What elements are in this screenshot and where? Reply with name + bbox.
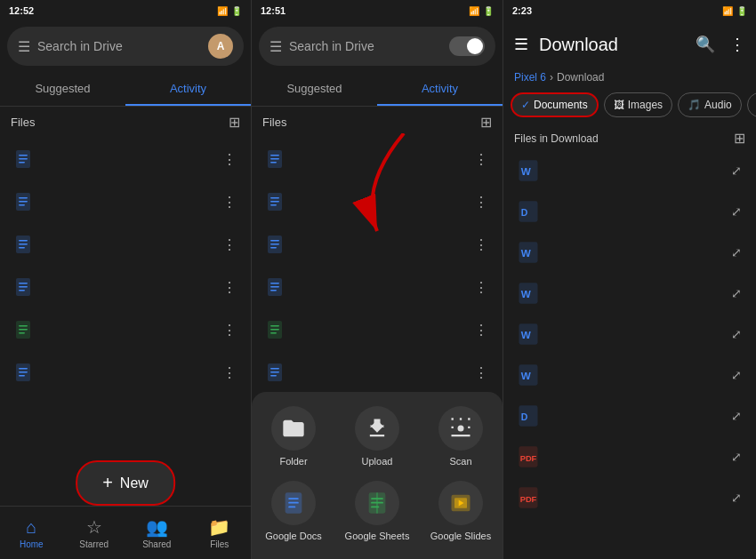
more-icon[interactable]: ⋮	[219, 318, 240, 342]
sheet-item-folder[interactable]: Folder	[259, 406, 328, 467]
more-icon-right[interactable]: ⋮	[726, 31, 749, 58]
search-text-left: Search in Drive	[37, 39, 201, 53]
header-icons-right: 🔍 ⋮	[692, 31, 749, 58]
download-header: ☰ Download 🔍 ⋮	[503, 21, 756, 68]
expand-icon[interactable]: ⤢	[728, 160, 745, 181]
list-item[interactable]: ⋮	[4, 223, 247, 266]
svg-rect-33	[270, 240, 279, 242]
battery-icon-right: 🔋	[736, 6, 747, 16]
search-icon-right[interactable]: 🔍	[692, 31, 719, 58]
list-item[interactable]: ⋮	[255, 138, 499, 180]
images-icon: 🖼	[614, 99, 624, 111]
panel-left: 12:52 📶 🔋 ☰ Search in Drive A Suggested …	[0, 0, 252, 559]
list-item[interactable]: W ⤢	[507, 150, 752, 191]
docs-icon	[262, 232, 287, 257]
more-icon[interactable]: ⋮	[470, 190, 492, 214]
list-item[interactable]: ⋮	[4, 138, 247, 180]
list-item[interactable]: D ⤢	[507, 191, 752, 232]
nav-shared[interactable]: 👥 Shared	[125, 507, 189, 559]
list-item[interactable]: ⋮	[4, 308, 247, 351]
breadcrumb-parent[interactable]: Pixel 6	[514, 71, 546, 84]
more-icon[interactable]: ⋮	[470, 233, 492, 257]
expand-icon[interactable]: ⤢	[728, 364, 745, 386]
svg-rect-31	[270, 204, 277, 206]
list-item[interactable]: ⋮	[255, 308, 499, 351]
more-icon[interactable]: ⋮	[470, 318, 492, 342]
list-item[interactable]: ⋮	[255, 223, 499, 266]
grid-icon-mid[interactable]: ⊞	[480, 114, 492, 131]
chip-audio[interactable]: 🎵 Audio	[678, 92, 742, 117]
new-button[interactable]: + New	[76, 460, 175, 506]
svg-text:W: W	[521, 288, 531, 299]
list-item[interactable]: ⋮	[255, 351, 499, 394]
svg-rect-7	[19, 204, 25, 206]
list-item[interactable]: D ⤢	[507, 395, 752, 436]
expand-icon[interactable]: ⤢	[728, 323, 745, 345]
list-item[interactable]: ⋮	[4, 351, 247, 394]
nav-files[interactable]: 📁 Files	[189, 507, 252, 559]
nav-home[interactable]: ⌂ Home	[0, 507, 63, 559]
expand-icon[interactable]: ⤢	[728, 201, 745, 222]
more-icon[interactable]: ⋮	[470, 361, 492, 385]
svg-rect-52	[288, 502, 299, 504]
more-icon[interactable]: ⋮	[219, 276, 240, 299]
sheet-item-scan[interactable]: Scan	[426, 406, 495, 467]
more-icon[interactable]: ⋮	[219, 233, 240, 257]
expand-icon[interactable]: ⤢	[728, 242, 745, 263]
list-item[interactable]: PDF ⤢	[507, 477, 752, 518]
list-item[interactable]: ⋮	[4, 266, 247, 308]
word-icon: W	[514, 320, 543, 348]
list-item[interactable]: ⋮	[255, 266, 499, 308]
sheets-icon	[11, 317, 36, 342]
svg-rect-2	[19, 158, 28, 160]
list-item[interactable]: W ⤢	[507, 314, 752, 355]
search-bar-left[interactable]: ☰ Search in Drive A	[7, 27, 244, 66]
more-icon[interactable]: ⋮	[470, 276, 492, 299]
svg-text:W: W	[521, 370, 531, 381]
search-bar-mid[interactable]: ☰ Search in Drive	[259, 27, 495, 66]
files-in-download-header: Files in Download ⊞	[503, 123, 756, 150]
svg-rect-43	[270, 332, 277, 334]
chip-documents[interactable]: ✓ Documents	[511, 92, 599, 117]
chevron-right-icon: ›	[550, 71, 553, 84]
sheet-item-docs[interactable]: Google Docs	[259, 481, 328, 541]
nav-starred[interactable]: ☆ Starred	[63, 507, 126, 559]
tab-suggested-mid[interactable]: Suggested	[252, 71, 377, 106]
avatar-left[interactable]: A	[208, 34, 233, 59]
chip-audio-label: Audio	[704, 99, 732, 111]
list-item[interactable]: W ⤢	[507, 273, 752, 314]
tab-suggested-left[interactable]: Suggested	[0, 71, 125, 106]
list-item[interactable]: W ⤢	[507, 355, 752, 395]
chip-video[interactable]: 🎬 V…	[747, 92, 756, 117]
list-item[interactable]: ⋮	[4, 180, 247, 223]
more-icon[interactable]: ⋮	[219, 190, 240, 214]
list-item[interactable]: W ⤢	[507, 232, 752, 273]
sheet-item-upload[interactable]: Upload	[342, 406, 412, 467]
list-item[interactable]: ⋮	[255, 180, 499, 223]
files-header-left: Files ⊞	[0, 107, 251, 138]
expand-icon[interactable]: ⤢	[728, 405, 745, 427]
chip-images[interactable]: 🖼 Images	[604, 92, 672, 117]
list-item[interactable]: PDF ⤢	[507, 436, 752, 477]
toggle-switch[interactable]	[449, 36, 485, 56]
panel-right: 2:23 📶 🔋 ☰ Download 🔍 ⋮ Pixel 6 › Downlo…	[503, 0, 756, 559]
status-bar-left: 12:52 📶 🔋	[0, 0, 251, 21]
tab-activity-left[interactable]: Activity	[125, 71, 251, 106]
svg-rect-11	[19, 247, 25, 249]
more-icon[interactable]: ⋮	[470, 148, 492, 172]
bottom-sheet-grid: Folder Upload Scan Google Docs	[259, 406, 495, 541]
expand-icon[interactable]: ⤢	[728, 283, 745, 304]
more-icon[interactable]: ⋮	[219, 148, 240, 172]
tab-activity-mid[interactable]: Activity	[377, 71, 503, 106]
more-icon[interactable]: ⋮	[219, 361, 240, 385]
grid-view-icon-right[interactable]: ⊞	[734, 130, 745, 147]
sheet-item-sheets[interactable]: Google Sheets	[342, 481, 412, 541]
expand-icon[interactable]: ⤢	[728, 487, 745, 508]
svg-rect-57	[371, 507, 379, 508]
expand-icon[interactable]: ⤢	[728, 446, 745, 467]
sheet-item-slides[interactable]: Google Slides	[426, 481, 495, 541]
grid-icon-left[interactable]: ⊞	[229, 114, 240, 131]
hamburger-icon-right[interactable]: ☰	[511, 31, 532, 58]
svg-rect-9	[19, 240, 28, 242]
wifi-icon-mid: 📶	[469, 6, 479, 16]
